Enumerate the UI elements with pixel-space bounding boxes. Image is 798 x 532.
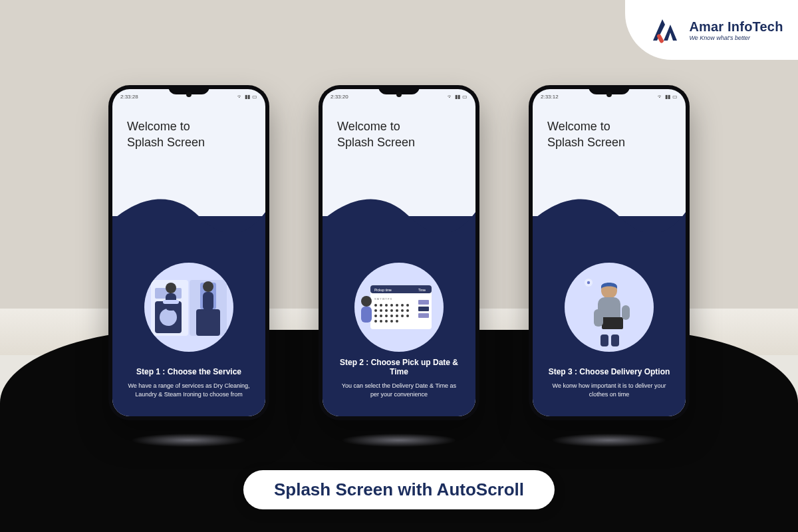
svg-rect-55 bbox=[622, 305, 630, 320]
step-desc: We konw how important it is to deliver y… bbox=[545, 382, 674, 399]
svg-rect-10 bbox=[163, 300, 179, 304]
svg-point-35 bbox=[374, 315, 377, 317]
svg-point-11 bbox=[203, 281, 213, 292]
svg-point-33 bbox=[401, 309, 404, 312]
welcome-line-1: Welcome to bbox=[337, 118, 461, 134]
welcome-line-2: Splash Screen bbox=[127, 134, 251, 150]
phone-mockup-1: 2:33:28 ᯤ ▮▮ ▭ Welcome to Splash Screen bbox=[108, 85, 269, 420]
phone-screen: 2:33:12 ᯤ ▮▮ ▭ Welcome to Splash Screen bbox=[533, 89, 686, 416]
svg-rect-12 bbox=[203, 292, 213, 311]
svg-point-34 bbox=[406, 309, 409, 312]
brand-badge: Amar InfoTech We Know what's better bbox=[625, 0, 798, 60]
svg-rect-48 bbox=[361, 307, 372, 323]
laundry-service-illustration bbox=[144, 263, 233, 352]
svg-point-36 bbox=[380, 315, 382, 317]
svg-rect-19 bbox=[418, 313, 429, 318]
welcome-line-2: Splash Screen bbox=[337, 134, 461, 150]
svg-point-47 bbox=[361, 296, 372, 307]
step-block: Step 2 : Choose Pick up Date & Time You … bbox=[323, 358, 475, 399]
phone-camera-dot bbox=[186, 92, 192, 97]
status-time: 2:33:12 bbox=[541, 94, 559, 100]
svg-point-44 bbox=[385, 320, 388, 323]
svg-point-39 bbox=[396, 315, 398, 317]
scene-root: Amar InfoTech We Know what's better 2:33… bbox=[0, 0, 798, 532]
svg-point-43 bbox=[380, 320, 382, 323]
status-time: 2:33:20 bbox=[331, 94, 348, 100]
delivery-person-illustration bbox=[565, 263, 654, 352]
welcome-line-2: Splash Screen bbox=[547, 134, 671, 150]
phone-screen: 2:33:28 ᯤ ▮▮ ▭ Welcome to Splash Screen bbox=[112, 89, 265, 416]
svg-rect-53 bbox=[602, 317, 623, 329]
svg-point-45 bbox=[390, 320, 393, 323]
phone-shadow-row bbox=[0, 434, 798, 447]
svg-point-42 bbox=[374, 320, 377, 323]
caption-pill: Splash Screen with AutoScroll bbox=[243, 470, 555, 509]
step-block: Step 1 : Choose the Service We have a ra… bbox=[112, 367, 265, 399]
svg-text:S M T W T F S: S M T W T F S bbox=[374, 297, 392, 301]
phone-row: 2:33:28 ᯤ ▮▮ ▭ Welcome to Splash Screen bbox=[0, 85, 798, 420]
svg-rect-6 bbox=[196, 309, 220, 336]
svg-point-37 bbox=[385, 315, 388, 317]
welcome-line-1: Welcome to bbox=[127, 118, 251, 134]
svg-rect-57 bbox=[611, 334, 619, 346]
svg-rect-56 bbox=[600, 334, 608, 346]
phone-shadow bbox=[553, 434, 666, 447]
svg-rect-17 bbox=[418, 300, 429, 305]
wave-section: Pickup time Time S M T W T F S bbox=[323, 207, 475, 416]
brand-tagline: We Know what's better bbox=[689, 35, 783, 41]
wave-section: Step 1 : Choose the Service We have a ra… bbox=[112, 207, 265, 416]
wave-section: Step 3 : Choose Delivery Option We konw … bbox=[533, 207, 686, 416]
svg-point-22 bbox=[380, 304, 382, 307]
step-title: Step 1 : Choose the Service bbox=[124, 367, 253, 376]
step-desc: We have a range of services as Dry Clean… bbox=[124, 382, 253, 399]
phone-shadow bbox=[342, 434, 456, 447]
signal-icon: ▮▮ bbox=[665, 94, 670, 100]
svg-point-23 bbox=[385, 304, 388, 307]
svg-point-38 bbox=[390, 315, 393, 317]
wifi-icon: ᯤ bbox=[658, 94, 663, 100]
welcome-line-1: Welcome to bbox=[547, 118, 671, 134]
phone-shadow bbox=[132, 434, 245, 447]
phone-mockup-3: 2:33:12 ᯤ ▮▮ ▭ Welcome to Splash Screen bbox=[529, 85, 690, 420]
caption-text: Splash Screen with AutoScroll bbox=[274, 479, 524, 500]
phone-camera-dot bbox=[396, 92, 402, 97]
battery-icon: ▭ bbox=[672, 94, 678, 100]
svg-point-8 bbox=[166, 283, 176, 293]
phone-mockup-2: 2:33:20 ᯤ ▮▮ ▭ Welcome to Splash Screen bbox=[319, 85, 479, 420]
svg-point-31 bbox=[390, 309, 393, 312]
svg-point-21 bbox=[374, 304, 377, 307]
wifi-icon: ᯤ bbox=[448, 94, 453, 100]
status-time: 2:33:28 bbox=[120, 94, 138, 100]
status-icons: ᯤ ▮▮ ▭ bbox=[658, 94, 678, 100]
brand-name: Amar InfoTech bbox=[689, 19, 783, 35]
svg-point-26 bbox=[401, 304, 404, 307]
svg-point-30 bbox=[385, 309, 388, 312]
svg-text:Pickup time: Pickup time bbox=[374, 288, 392, 292]
signal-icon: ▮▮ bbox=[455, 94, 460, 100]
brand-text: Amar InfoTech We Know what's better bbox=[689, 19, 783, 41]
wifi-icon: ᯤ bbox=[237, 94, 243, 100]
svg-rect-54 bbox=[594, 309, 603, 327]
svg-point-46 bbox=[396, 320, 398, 323]
svg-point-32 bbox=[396, 309, 398, 312]
svg-point-50 bbox=[587, 281, 590, 284]
status-icons: ᯤ ▮▮ ▭ bbox=[448, 94, 467, 100]
step-block: Step 3 : Choose Delivery Option We konw … bbox=[533, 367, 686, 399]
brand-logo-icon bbox=[649, 15, 681, 45]
svg-point-25 bbox=[396, 304, 398, 307]
calendar-pickup-illustration: Pickup time Time S M T W T F S bbox=[354, 263, 444, 352]
svg-point-28 bbox=[374, 309, 377, 312]
svg-point-24 bbox=[390, 304, 393, 307]
battery-icon: ▭ bbox=[462, 94, 467, 100]
svg-point-41 bbox=[406, 315, 409, 317]
svg-rect-18 bbox=[418, 307, 429, 311]
phone-screen: 2:33:20 ᯤ ▮▮ ▭ Welcome to Splash Screen bbox=[323, 89, 475, 416]
step-title: Step 2 : Choose Pick up Date & Time bbox=[334, 358, 464, 376]
phone-camera-dot bbox=[606, 92, 612, 97]
step-title: Step 3 : Choose Delivery Option bbox=[545, 367, 674, 376]
svg-text:Time: Time bbox=[418, 288, 426, 292]
svg-point-40 bbox=[401, 315, 404, 317]
svg-point-27 bbox=[406, 304, 409, 307]
battery-icon: ▭ bbox=[252, 94, 257, 100]
step-desc: You can select the Delivery Date & Time … bbox=[334, 382, 464, 399]
